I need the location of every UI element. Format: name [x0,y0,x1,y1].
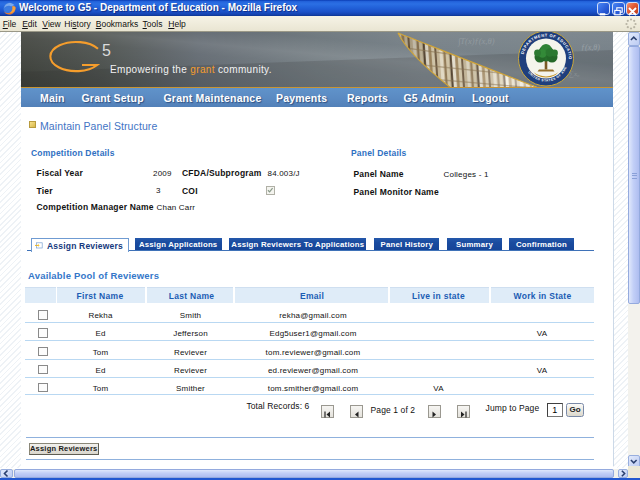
svg-text:5: 5 [102,42,111,59]
svg-text:ƒ(x,θ): ƒ(x,θ) [581,43,600,52]
svg-text:∫T(x)ƒ(x,θ): ∫T(x)ƒ(x,θ) [457,36,495,47]
